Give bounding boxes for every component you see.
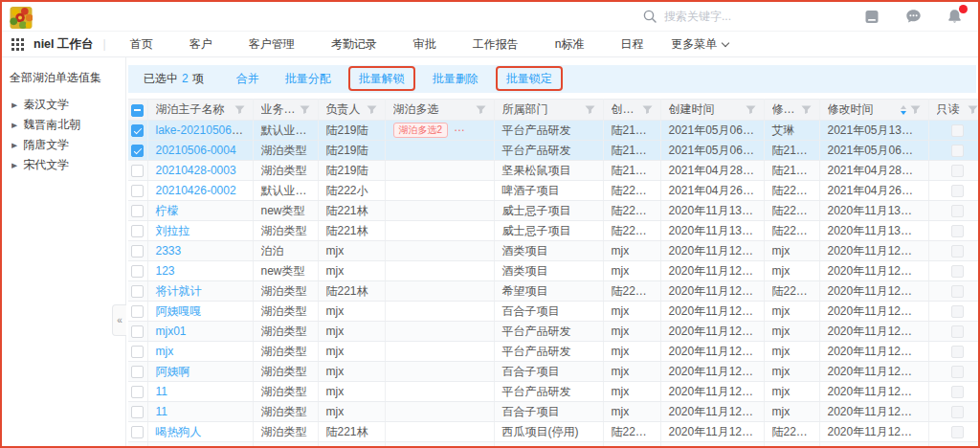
nav-item[interactable]: 工作报告 <box>455 36 537 53</box>
filter-icon[interactable] <box>234 105 245 115</box>
filter-icon[interactable] <box>642 105 653 115</box>
record-name-link[interactable]: 阿姨嘎嘎 <box>156 304 202 318</box>
row-checkbox[interactable] <box>131 165 144 177</box>
filter-icon[interactable] <box>585 105 595 115</box>
owner-cell: 陆221林 <box>318 422 385 442</box>
bulk-action-toolbar: 已选中2项 合并批量分配批量解锁批量删除批量锁定 <box>128 65 976 93</box>
readonly-cell <box>928 201 980 221</box>
department-cell: 威士忌子项目 <box>494 442 603 448</box>
app-window: niel 工作台 | 首页客户客户管理考勤记录审批工作报告n标准日程 更多菜单 … <box>0 0 980 448</box>
created-time-cell: 2020年11月12日 11:44 <box>660 342 764 362</box>
nav-item[interactable]: n标准 <box>537 36 603 53</box>
search-input[interactable] <box>664 10 798 23</box>
row-checkbox[interactable] <box>131 426 144 438</box>
nav-item[interactable]: 日程 <box>602 36 661 53</box>
selection-suffix: 项 <box>192 72 204 85</box>
business-type-cell: 默认业务类型 <box>253 121 318 141</box>
record-name-link[interactable]: 11 <box>156 405 167 418</box>
readonly-cell <box>928 281 980 302</box>
nav-item[interactable]: 审批 <box>395 36 455 53</box>
filter-icon[interactable] <box>367 105 377 115</box>
modified-time-cell: 2020年11月12日 11:16 <box>819 362 928 382</box>
toolbar-action[interactable]: 批量删除 <box>433 72 479 85</box>
sidebar-collapse-button[interactable]: « <box>112 304 126 336</box>
row-checkbox[interactable] <box>131 145 144 157</box>
row-checkbox[interactable] <box>131 265 144 278</box>
record-name-link[interactable]: mjx01 <box>156 325 187 338</box>
filter-icon[interactable] <box>476 105 486 115</box>
row-checkbox[interactable] <box>131 185 144 197</box>
row-checkbox[interactable] <box>131 406 144 418</box>
tree-item[interactable]: ▶魏晋南北朝 <box>10 115 118 135</box>
select-all-checkbox[interactable] <box>131 104 144 117</box>
journal-icon[interactable] <box>863 8 880 25</box>
search-icon <box>643 10 657 23</box>
row-checkbox[interactable] <box>131 285 144 298</box>
record-name-link[interactable]: 20210506-0004 <box>156 144 236 157</box>
filter-icon[interactable] <box>968 105 978 115</box>
record-name-link[interactable]: 123 <box>156 264 175 278</box>
record-name-link[interactable]: 柠檬 <box>156 204 179 217</box>
toolbar-action[interactable]: 合并 <box>236 72 259 85</box>
row-checkbox[interactable] <box>131 124 144 137</box>
owner-cell: mjx <box>318 362 385 382</box>
record-name-link[interactable]: 20210426-0002 <box>156 184 236 197</box>
modifier-cell: 艾琳 <box>764 121 819 141</box>
record-name-link[interactable]: 2333 <box>156 244 182 258</box>
nav-item[interactable]: 客户管理 <box>231 36 313 53</box>
caret-right-icon[interactable]: ▶ <box>11 141 17 148</box>
record-name-link[interactable]: lake-20210506-0005 <box>156 123 254 137</box>
modified-time-cell: 2020年11月12日 11:46 <box>819 322 928 342</box>
multi-select-tags-cell <box>385 201 494 221</box>
filter-icon[interactable] <box>910 105 921 115</box>
tree-item[interactable]: ▶宋代文学 <box>10 155 118 175</box>
toolbar-action-annotated[interactable]: 批量解锁 <box>348 66 415 91</box>
row-checkbox[interactable] <box>131 225 144 237</box>
row-checkbox[interactable] <box>131 305 144 318</box>
modified-time-cell: 2020年11月12日 14:38 <box>819 302 928 322</box>
nav-item[interactable]: 考勤记录 <box>313 36 395 53</box>
caret-right-icon[interactable]: ▶ <box>11 161 17 168</box>
record-name-link[interactable]: mjx <box>156 345 174 358</box>
row-checkbox[interactable] <box>131 366 144 378</box>
nav-item[interactable]: 首页 <box>112 36 171 53</box>
record-name-link[interactable]: 11 <box>156 385 167 398</box>
caret-right-icon[interactable]: ▶ <box>11 101 17 108</box>
modified-time-cell: 2020年11月12日 11:44 <box>819 342 928 362</box>
filter-icon[interactable] <box>746 105 756 115</box>
toolbar-action-annotated[interactable]: 批量锁定 <box>496 66 563 91</box>
modified-time-cell: 2021年05月06日 17:33 <box>819 141 928 161</box>
row-checkbox[interactable] <box>131 325 144 338</box>
created-time-cell: 2021年05月06日 17:33 <box>660 141 764 161</box>
filter-icon[interactable] <box>801 105 812 115</box>
global-search[interactable] <box>643 10 825 23</box>
record-name-link[interactable]: 将计就计 <box>156 284 202 298</box>
record-name-link[interactable]: 阿姨啊 <box>156 365 190 378</box>
nav-item[interactable]: 客户 <box>171 36 231 53</box>
tree-item[interactable]: ▶秦汉文学 <box>10 95 118 115</box>
record-name-link[interactable]: 20210428-0003 <box>156 164 236 177</box>
record-name-link[interactable]: 刘拉拉 <box>156 224 190 237</box>
multi-select-tags-cell <box>385 161 494 181</box>
business-type-cell: 湖泊类型 <box>253 161 318 181</box>
app-logo-icon[interactable] <box>10 7 33 29</box>
toolbar-action[interactable]: 批量分配 <box>285 72 331 85</box>
app-grid-icon[interactable] <box>11 38 24 51</box>
row-checkbox[interactable] <box>131 205 144 217</box>
business-type-cell: 湖泊类型 <box>253 141 318 161</box>
readonly-cell <box>928 261 980 281</box>
row-checkbox[interactable] <box>131 386 144 398</box>
tree-item[interactable]: ▶隋唐文学 <box>10 135 118 155</box>
record-name-link[interactable]: 喝热狗人 <box>156 425 202 438</box>
readonly-cell <box>928 362 980 382</box>
message-icon[interactable] <box>904 8 922 25</box>
caret-right-icon[interactable]: ▶ <box>11 121 17 128</box>
sort-icon[interactable] <box>901 105 906 115</box>
filter-icon[interactable] <box>300 105 310 115</box>
bell-icon[interactable] <box>946 8 963 25</box>
row-checkbox[interactable] <box>131 346 144 358</box>
more-menu-button[interactable]: 更多菜单 <box>661 36 738 53</box>
row-checkbox[interactable] <box>131 245 144 258</box>
readonly-cell <box>928 382 980 402</box>
column-header: 负责人 <box>318 100 385 121</box>
